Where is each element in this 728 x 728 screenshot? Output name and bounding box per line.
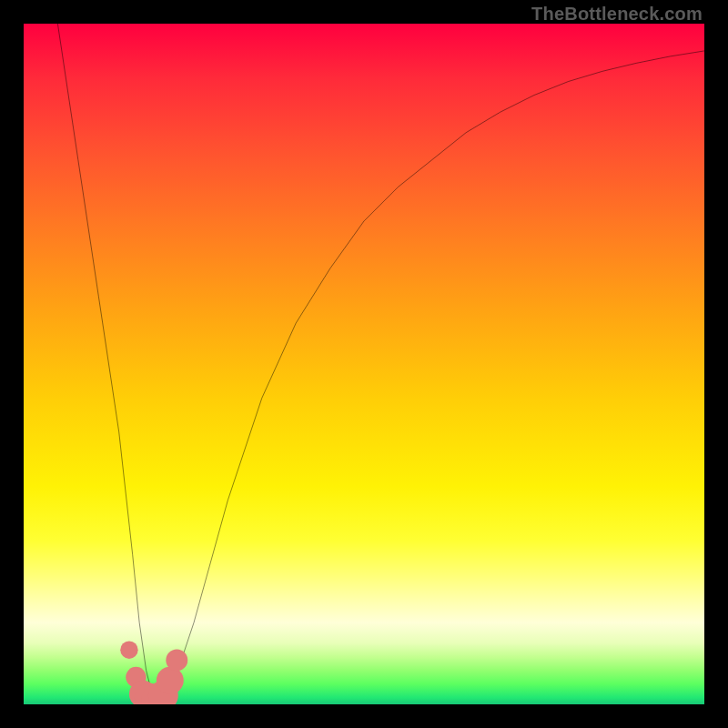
- bottleneck-curve: [57, 24, 704, 704]
- attribution-text: TheBottleneck.com: [531, 4, 703, 25]
- data-marker: [157, 667, 184, 694]
- curve-layer: [57, 24, 704, 704]
- chart-frame: TheBottleneck.com: [0, 0, 728, 728]
- data-marker: [120, 641, 137, 658]
- data-marker: [166, 649, 187, 671]
- marker-layer: [120, 641, 187, 704]
- chart-svg: [24, 24, 704, 704]
- plot-area: [24, 24, 704, 704]
